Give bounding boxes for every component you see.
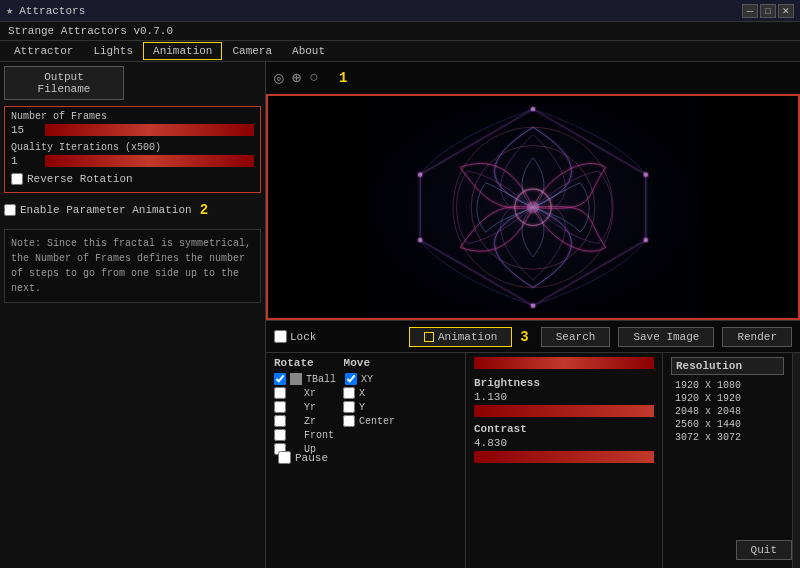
note-text: Note: Since this fractal is symmetrical,…: [11, 238, 251, 294]
rotate-zr-checkbox[interactable]: [274, 415, 286, 427]
enable-animation-row: Enable Parameter Animation 2: [4, 202, 261, 218]
rotate-yr-checkbox[interactable]: [274, 401, 286, 413]
save-image-button[interactable]: Save Image: [618, 327, 714, 347]
quality-slider[interactable]: [45, 155, 254, 167]
camera-zoom-icon: ○: [309, 69, 319, 87]
move-center-label: Center: [359, 416, 394, 427]
rotate-xr-checkbox[interactable]: [274, 387, 286, 399]
quality-value: 1: [11, 155, 41, 167]
tball-label: TBall: [306, 374, 341, 385]
output-filename-button[interactable]: Output Filename: [4, 66, 124, 100]
frames-value: 15: [11, 124, 41, 136]
app-version: Strange Attractors v0.7.0: [0, 22, 800, 41]
frames-box: Number of Frames 15 Quality Iterations (…: [4, 106, 261, 193]
rotate-row-front: Front: [274, 429, 457, 441]
front-label: Front: [304, 430, 339, 441]
contrast-label: Contrast: [474, 423, 654, 435]
window-title: Attractors: [19, 5, 85, 17]
annotation-3: 3: [520, 329, 528, 345]
svg-point-7: [644, 172, 648, 176]
yr-label: Yr: [304, 402, 339, 413]
move-center-checkbox[interactable]: [343, 415, 355, 427]
camera-rotate-icon: ⊕: [292, 68, 302, 88]
lock-label: Lock: [290, 331, 316, 343]
rotate-row-yr: Yr Y: [274, 401, 457, 413]
res-2048-2048[interactable]: 2048 x 2048: [671, 405, 784, 418]
move-x-checkbox[interactable]: [343, 387, 355, 399]
move-y-label: Y: [359, 402, 394, 413]
camera-top: ◎ ⊕ ○ 1: [266, 62, 800, 94]
brightness-value: 1.130: [474, 391, 654, 403]
brightness-label: Brightness: [474, 377, 654, 389]
app-icon: ★: [6, 3, 13, 18]
left-panel: Output Filename Number of Frames 15 Qual…: [0, 62, 266, 568]
quit-button[interactable]: Quit: [736, 540, 792, 560]
maximize-button[interactable]: □: [760, 4, 776, 18]
minimize-button[interactable]: ─: [742, 4, 758, 18]
move-y-checkbox[interactable]: [343, 401, 355, 413]
rotate-tball-checkbox[interactable]: [274, 373, 286, 385]
zr-label: Zr: [304, 416, 339, 427]
right-area: ◎ ⊕ ○ 1: [266, 62, 800, 568]
brightness-slider[interactable]: [474, 405, 654, 417]
rotate-front-checkbox[interactable]: [274, 429, 286, 441]
resolution-title: Resolution: [671, 357, 784, 375]
search-button[interactable]: Search: [541, 327, 611, 347]
menu-animation[interactable]: Animation: [143, 42, 222, 60]
move-header: Move: [344, 357, 370, 369]
res-1920-1920[interactable]: 1920 X 1920: [671, 392, 784, 405]
enable-animation-checkbox[interactable]: [4, 204, 16, 216]
resolution-panel: Resolution 1920 X 1080 1920 X 1920 2048 …: [662, 353, 792, 568]
menu-camera[interactable]: Camera: [222, 42, 282, 60]
bottom-controls-row1: Lock Animation 3 Search Save Image Rende…: [266, 320, 800, 352]
xr-label: Xr: [304, 388, 339, 399]
brightness-section: Brightness 1.130: [474, 377, 654, 417]
res-1920-1080[interactable]: 1920 X 1080: [671, 379, 784, 392]
move-xy-label: XY: [361, 374, 396, 385]
rotate-row-zr: Zr Center: [274, 415, 457, 427]
animation-button[interactable]: Animation: [409, 327, 512, 347]
quality-label: Quality Iterations (x500): [11, 142, 254, 153]
note-box: Note: Since this fractal is symmetrical,…: [4, 229, 261, 303]
menu-lights[interactable]: Lights: [83, 42, 143, 60]
lock-checkbox[interactable]: [274, 330, 287, 343]
annotation-1: 1: [339, 70, 347, 86]
menu-bar: Attractor Lights Animation Camera About: [0, 41, 800, 62]
pause-checkbox[interactable]: [278, 451, 291, 464]
reverse-rotation-checkbox[interactable]: [11, 173, 23, 185]
menu-attractor[interactable]: Attractor: [4, 42, 83, 60]
rotate-row-xr: Xr X: [274, 387, 457, 399]
fractal-canvas: [266, 94, 800, 320]
top-red-bar[interactable]: [474, 357, 654, 369]
reverse-rotation-label: Reverse Rotation: [27, 173, 133, 185]
camera-move-icon: ◎: [274, 68, 284, 88]
close-button[interactable]: ✕: [778, 4, 794, 18]
res-scrollbar[interactable]: [792, 353, 800, 568]
contrast-value: 4.830: [474, 437, 654, 449]
contrast-section: Contrast 4.830: [474, 423, 654, 463]
tball-color-swatch: [290, 373, 302, 385]
title-bar: ★ Attractors ─ □ ✕: [0, 0, 800, 22]
svg-point-9: [531, 303, 535, 307]
frames-label: Number of Frames: [11, 111, 254, 122]
svg-point-8: [644, 238, 648, 242]
rotate-row-tball: TBall XY: [274, 373, 457, 385]
contrast-slider[interactable]: [474, 451, 654, 463]
res-2560-1440[interactable]: 2560 x 1440: [671, 418, 784, 431]
frames-slider[interactable]: [45, 124, 254, 136]
move-xy-checkbox[interactable]: [345, 373, 357, 385]
mid-sliders: Brightness 1.130 Contrast 4.830: [466, 353, 662, 568]
rotate-header: Rotate: [274, 357, 314, 369]
render-button[interactable]: Render: [722, 327, 792, 347]
bottom-panel: Pause Rotate Move TBall XY: [266, 352, 800, 568]
move-x-label: X: [359, 388, 394, 399]
res-3072-3072[interactable]: 3072 x 3072: [671, 431, 784, 444]
svg-point-10: [418, 238, 422, 242]
enable-animation-label: Enable Parameter Animation: [20, 204, 192, 216]
pause-label: Pause: [295, 452, 328, 464]
lock-row: Lock: [274, 330, 316, 343]
annotation-2: 2: [200, 202, 208, 218]
menu-about[interactable]: About: [282, 42, 335, 60]
animation-indicator: [424, 332, 434, 342]
svg-point-11: [418, 172, 422, 176]
